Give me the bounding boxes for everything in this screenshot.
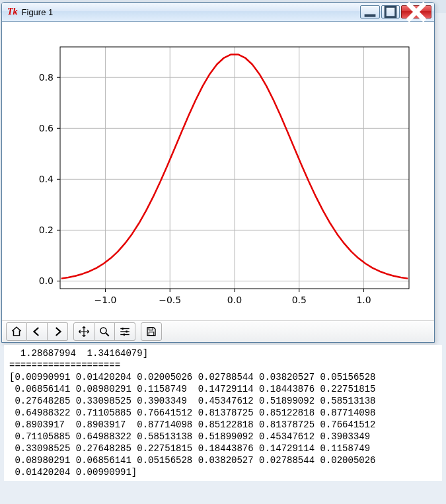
svg-text:0.0: 0.0 xyxy=(227,295,242,305)
svg-text:−1.0: −1.0 xyxy=(94,295,116,305)
svg-rect-41 xyxy=(126,331,128,333)
svg-text:1.0: 1.0 xyxy=(356,295,371,305)
arrow-left-icon xyxy=(31,326,43,338)
svg-rect-40 xyxy=(122,328,124,330)
svg-text:0.2: 0.2 xyxy=(39,225,54,235)
svg-text:−0.5: −0.5 xyxy=(159,295,181,305)
chart: −1.0−0.50.00.51.00.00.20.40.60.8 xyxy=(2,22,433,320)
arrow-right-icon xyxy=(52,326,63,338)
svg-text:0.5: 0.5 xyxy=(292,295,307,305)
svg-line-36 xyxy=(106,333,109,336)
window-title: Figure 1 xyxy=(22,7,360,17)
svg-rect-44 xyxy=(149,332,154,336)
floppy-icon xyxy=(145,326,157,338)
forward-button[interactable] xyxy=(48,322,68,341)
close-button[interactable] xyxy=(401,5,431,18)
titlebar[interactable]: Tk Figure 1 xyxy=(2,3,434,22)
plot-canvas[interactable]: −1.0−0.50.00.51.00.00.20.40.60.8 xyxy=(2,22,434,320)
magnify-icon xyxy=(98,326,110,338)
configure-button[interactable] xyxy=(115,322,135,341)
maximize-button[interactable] xyxy=(381,5,400,18)
home-icon xyxy=(11,326,22,338)
figure-window: Tk Figure 1 −1.0−0.50.00.51.00.00.20.40.… xyxy=(1,2,435,343)
move-icon xyxy=(78,326,90,338)
svg-text:0.4: 0.4 xyxy=(39,174,54,184)
svg-rect-1 xyxy=(385,7,396,17)
console-output: 1.28687994 1.34164079] =================… xyxy=(4,345,442,481)
svg-text:0.8: 0.8 xyxy=(39,72,54,83)
minimize-button[interactable] xyxy=(360,5,380,18)
pan-button[interactable] xyxy=(73,322,94,341)
back-button[interactable] xyxy=(27,322,48,341)
svg-rect-42 xyxy=(124,334,125,336)
svg-point-35 xyxy=(100,328,106,334)
sliders-icon xyxy=(119,326,131,338)
tk-logo-icon: Tk xyxy=(7,7,18,17)
home-button[interactable] xyxy=(6,322,27,341)
svg-text:0.6: 0.6 xyxy=(39,123,54,133)
save-button[interactable] xyxy=(141,322,162,341)
svg-text:0.0: 0.0 xyxy=(39,275,54,286)
matplotlib-toolbar xyxy=(2,320,434,342)
zoom-button[interactable] xyxy=(94,322,115,341)
